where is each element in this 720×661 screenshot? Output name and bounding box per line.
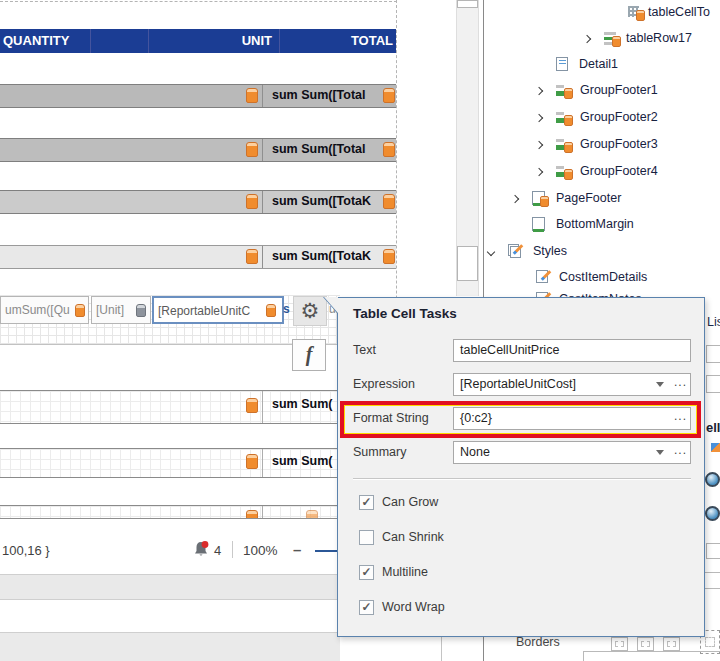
database-field-icon — [383, 142, 395, 157]
bottom-margin-icon — [532, 217, 549, 233]
scrollbar-thumb[interactable] — [457, 246, 478, 281]
detail-row-cell — [0, 506, 263, 518]
border-style-icon[interactable] — [611, 637, 628, 651]
tree-item-tablerow[interactable]: tableRow17 — [484, 28, 720, 51]
clipped-pencil-icon — [711, 443, 720, 452]
parameter-field-icon — [136, 304, 146, 317]
field-row-expression: Expression [ReportableUnitCost] ... — [338, 373, 704, 397]
clipped-radio-icon[interactable] — [705, 506, 720, 521]
field-row-summary: Summary None ... — [338, 441, 704, 465]
popup-divider — [353, 478, 691, 480]
summary-row-cell[interactable] — [0, 139, 263, 161]
tree-item-styles[interactable]: Styles — [484, 241, 720, 264]
clipped-sum-text: s — [283, 302, 290, 316]
database-field-icon — [246, 194, 258, 209]
chevron-right-icon[interactable] — [535, 114, 543, 122]
checkbox-row-can-grow[interactable]: ✓ Can Grow — [338, 495, 704, 513]
summary-expression-label[interactable]: sum Sum( — [272, 397, 332, 411]
fx-icon: f — [306, 343, 313, 365]
detail-band-icon — [556, 57, 573, 73]
dropdown-icon[interactable] — [656, 450, 664, 455]
report-designer-window: QUANTITY UNIT TOTAL sum Sum([Total sum S… — [0, 0, 720, 661]
summary-expression-label[interactable]: sum Sum([Total — [272, 142, 366, 156]
chevron-right-icon[interactable] — [535, 87, 543, 95]
group-footer-icon — [556, 110, 573, 126]
styles-icon — [508, 244, 525, 260]
tree-item-groupfooter[interactable]: GroupFooter3 — [484, 134, 720, 157]
panel-divider — [583, 651, 584, 661]
clipped-list-label: Lis — [707, 315, 720, 329]
database-field-icon — [246, 398, 258, 413]
detail-row-cell[interactable] — [0, 391, 263, 423]
clipped-textbox — [706, 345, 720, 363]
database-field-icon — [246, 454, 258, 469]
checkbox-checked-icon[interactable]: ✓ — [359, 495, 374, 510]
cell-unit-price-selected[interactable]: [ReportableUnitC — [152, 296, 284, 324]
header-cell-total[interactable]: TOTAL — [279, 29, 393, 53]
summary-expression-label[interactable]: sum Sum([TotaK — [272, 194, 371, 208]
group-footer-icon — [556, 137, 573, 153]
checkbox-checked-icon[interactable]: ✓ — [359, 565, 374, 580]
summary-row[interactable]: sum Sum([TotaK — [0, 190, 396, 214]
tree-item-pagefooter[interactable]: PageFooter — [484, 188, 720, 211]
database-field-icon — [246, 510, 258, 518]
header-divider — [90, 29, 91, 53]
clipped-divider — [705, 572, 720, 573]
checkbox-row-multiline[interactable]: ✓ Multiline — [338, 565, 704, 583]
detail-row-cell[interactable] — [0, 449, 263, 477]
field-row-format-string: Format String {0:c2} ... — [338, 407, 704, 431]
checkbox-unchecked-icon[interactable] — [359, 530, 374, 545]
tree-item-tablecell[interactable]: tableCellTo — [484, 2, 720, 25]
chevron-right-icon[interactable] — [535, 168, 543, 176]
summary-row-cell[interactable] — [0, 246, 263, 268]
summary-expression-label[interactable]: sum Sum([TotaK — [272, 249, 371, 263]
database-field-icon — [306, 510, 318, 518]
chevron-down-icon[interactable] — [487, 248, 495, 256]
clipped-radio-icon[interactable] — [705, 472, 720, 487]
database-field-icon — [75, 304, 85, 317]
notifications-bell-icon[interactable] — [192, 540, 210, 558]
database-field-icon — [266, 304, 276, 317]
expression-editor-button[interactable]: f — [292, 339, 326, 371]
format-string-input[interactable]: {0:c2} — [453, 407, 691, 430]
border-style-icon[interactable] — [663, 637, 680, 651]
database-field-icon — [246, 249, 258, 264]
summary-expression-label[interactable]: sum Sum( — [272, 454, 332, 468]
clipped-divider — [705, 588, 720, 589]
summary-expression-label[interactable]: sum Sum([Total — [272, 88, 366, 102]
chevron-right-icon[interactable] — [535, 141, 543, 149]
database-field-icon — [383, 249, 395, 264]
zoom-out-button[interactable]: – — [293, 541, 301, 558]
header-cell-quantity[interactable]: QUANTITY — [3, 29, 69, 53]
tree-item-groupfooter[interactable]: GroupFooter1 — [484, 80, 720, 103]
tree-item-bottommargin[interactable]: BottomMargin — [484, 214, 720, 237]
chevron-right-icon[interactable] — [583, 35, 591, 43]
summary-row-cell[interactable] — [0, 191, 263, 213]
summary-row[interactable]: sum Sum([Total — [0, 138, 396, 162]
checkbox-row-can-shrink[interactable]: Can Shrink — [338, 530, 704, 548]
text-input[interactable]: tableCellUnitPrice — [453, 339, 691, 362]
chevron-right-icon[interactable] — [511, 195, 519, 203]
table-header-row[interactable]: QUANTITY UNIT TOTAL — [0, 29, 396, 53]
summary-row[interactable]: sum Sum([TotaK — [0, 245, 396, 269]
ellipsis-button[interactable]: ... — [674, 375, 687, 389]
summary-row[interactable]: sum Sum([Total — [0, 84, 396, 108]
statusbar-separator — [232, 541, 233, 558]
border-style-icon[interactable] — [637, 637, 654, 651]
tree-item-style[interactable]: CostItemDetails — [484, 267, 720, 290]
checkbox-checked-icon[interactable]: ✓ — [359, 600, 374, 615]
checkbox-row-word-wrap[interactable]: ✓ Word Wrap — [338, 600, 704, 618]
borders-label: Borders — [516, 635, 560, 649]
smart-tag-gear-button[interactable]: ⚙ — [293, 296, 327, 326]
tree-item-groupfooter[interactable]: GroupFooter2 — [484, 107, 720, 130]
dropdown-icon[interactable] — [656, 382, 664, 387]
scrollbar-thumb-fragment[interactable] — [457, 0, 478, 8]
header-cell-unit[interactable]: UNIT — [148, 29, 272, 53]
ellipsis-button[interactable]: ... — [674, 409, 687, 423]
tree-item-detail[interactable]: Detail1 — [484, 54, 720, 77]
summary-row-cell[interactable] — [0, 85, 263, 107]
tree-item-groupfooter[interactable]: GroupFooter4 — [484, 161, 720, 184]
notifications-count[interactable]: 4 — [214, 543, 221, 558]
zoom-level[interactable]: 100% — [243, 543, 278, 558]
ellipsis-button[interactable]: ... — [674, 443, 687, 457]
